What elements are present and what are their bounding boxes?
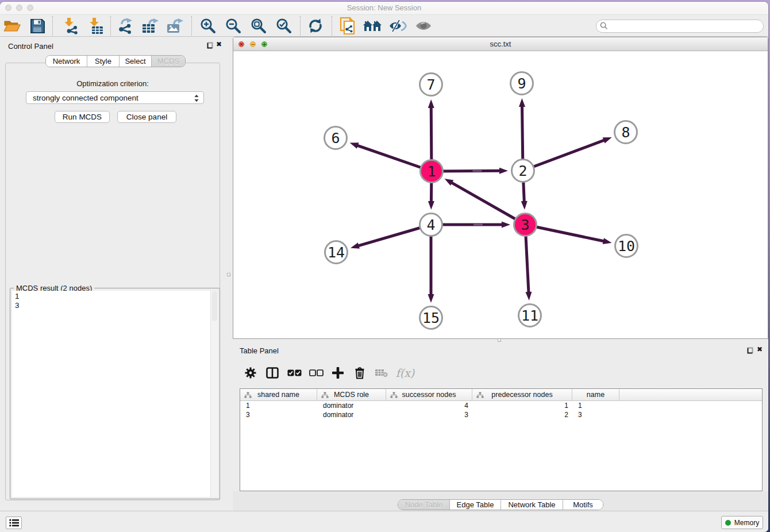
control-panel-close-icon[interactable]: ✖: [216, 40, 222, 48]
select-arrows-icon: [194, 94, 199, 103]
table-panel-close-icon[interactable]: ✖: [757, 345, 763, 353]
show-all-button[interactable]: [413, 17, 434, 35]
table-panel-float-icon[interactable]: [747, 347, 753, 354]
zoom-in-button[interactable]: [197, 17, 219, 35]
close-panel-button[interactable]: Close panel: [117, 111, 176, 123]
memory-button[interactable]: Memory: [721, 516, 763, 529]
control-panel-title: Control Panel: [8, 42, 53, 51]
memory-status-dot: [725, 520, 731, 526]
tab-node-table[interactable]: Node Table: [398, 500, 450, 510]
table-options-button[interactable]: [241, 364, 260, 381]
show-column-button[interactable]: [263, 364, 282, 381]
export-table-icon: [141, 17, 160, 34]
first-neighbors-button[interactable]: [361, 17, 383, 35]
graph-node-label-14: 14: [328, 244, 345, 261]
zoom-out-button[interactable]: [222, 17, 244, 35]
export-table-button[interactable]: [140, 17, 161, 35]
tab-style[interactable]: Style: [87, 56, 120, 67]
cell-name[interactable]: 1: [572, 401, 619, 410]
status-bar: Memory: [0, 511, 768, 532]
cell-predecessor-nodes[interactable]: 2: [472, 410, 572, 419]
edge-arrowhead-2-8: [603, 137, 612, 143]
delete-table-button[interactable]: [372, 364, 391, 381]
tab-network[interactable]: Network: [46, 56, 87, 67]
network-canvas[interactable]: 1234678910111415: [233, 51, 768, 338]
table-row[interactable]: 3dominator323: [240, 410, 762, 419]
table-panel-tabs: Node TableEdge TableNetwork TableMotifs: [398, 499, 603, 510]
tab-motifs[interactable]: Motifs: [563, 500, 603, 510]
table-row[interactable]: 1dominator411: [240, 401, 762, 410]
list-icon: [9, 519, 19, 527]
trash-icon: [354, 367, 365, 379]
zoom-out-icon: [225, 17, 242, 34]
cell-MCDS-role[interactable]: dominator: [317, 401, 386, 410]
tab-edge-table[interactable]: Edge Table: [450, 500, 501, 510]
columns-icon: [266, 367, 279, 379]
graph-node-label-15: 15: [422, 310, 440, 326]
column-header-MCDS-role[interactable]: MCDS role: [317, 389, 386, 400]
tab-mcds[interactable]: MCDS: [152, 56, 185, 67]
cell-shared-name[interactable]: 3: [240, 410, 317, 419]
criterion-select[interactable]: strongly connected component: [26, 91, 204, 104]
cell-predecessor-nodes[interactable]: 1: [472, 401, 572, 410]
hide-selected-button[interactable]: [387, 17, 409, 35]
cell-successor-nodes[interactable]: 3: [386, 410, 472, 419]
column-header-shared-name[interactable]: shared name: [240, 389, 317, 400]
edge-arrowhead-3-11: [525, 292, 532, 300]
edge-arrowhead-2-9: [519, 98, 525, 107]
export-image-button[interactable]: [164, 17, 186, 35]
edge-3-10[interactable]: [525, 225, 605, 241]
network-window-minimize-button[interactable]: −: [250, 41, 256, 47]
mcds-result-scrollbar-thumb[interactable]: [212, 291, 217, 321]
desktop: Session: New Session: [0, 0, 770, 532]
column-header-successor-nodes[interactable]: successor nodes: [386, 389, 472, 400]
graph-node-label-11: 11: [521, 307, 538, 324]
network-view-titlebar[interactable]: scc.txt ×−+: [233, 37, 768, 51]
graph-node-label-9: 9: [517, 75, 526, 92]
toolbar-separator: [52, 16, 53, 36]
network-window-close-button[interactable]: ×: [238, 41, 244, 47]
graph-node-label-1: 1: [427, 163, 436, 180]
network-graph: 1234678910111415: [233, 51, 768, 338]
select-all-columns-button[interactable]: [284, 364, 304, 381]
table-panel-title: Table Panel: [240, 346, 279, 355]
zoom-fit-button[interactable]: [248, 17, 270, 35]
delete-columns-button[interactable]: [350, 364, 369, 381]
column-header-predecessor-nodes[interactable]: predecessor nodes: [472, 389, 572, 400]
import-network-button[interactable]: [59, 17, 81, 35]
create-column-button[interactable]: [328, 364, 348, 381]
zoom-selected-button[interactable]: [273, 17, 295, 35]
tab-network-table[interactable]: Network Table: [501, 500, 563, 510]
import-table-button[interactable]: [84, 17, 106, 35]
cell-shared-name[interactable]: 1: [240, 401, 317, 410]
vertical-splitter-grip[interactable]: [227, 273, 230, 276]
cell-successor-nodes[interactable]: 4: [386, 401, 472, 410]
column-header-name[interactable]: name: [572, 389, 619, 400]
search-input[interactable]: [596, 20, 764, 33]
mcds-result-text[interactable]: 1 3: [12, 291, 218, 497]
run-mcds-button[interactable]: Run MCDS: [55, 111, 110, 123]
network-window-zoom-button[interactable]: +: [261, 41, 267, 47]
cell-name[interactable]: 3: [572, 410, 619, 419]
export-network-button[interactable]: [115, 17, 137, 35]
duplicate-network-button[interactable]: [337, 17, 359, 35]
mcds-result-scrollbar[interactable]: [210, 291, 218, 497]
open-session-button[interactable]: [1, 17, 23, 35]
refresh-layout-button[interactable]: [305, 17, 326, 35]
network-view-frame: scc.txt ×−+ 1234678910111415: [233, 37, 768, 339]
cell-MCDS-role[interactable]: dominator: [317, 410, 386, 419]
toolbar-separator: [110, 16, 111, 36]
save-session-button[interactable]: [26, 17, 48, 35]
unselect-all-columns-button[interactable]: [306, 364, 326, 381]
graph-node-label-4: 4: [426, 217, 435, 233]
edge-2-8[interactable]: [523, 140, 605, 171]
edge-3-1[interactable]: [451, 182, 525, 225]
gear-icon: [244, 367, 257, 379]
tab-select[interactable]: Select: [120, 56, 152, 67]
edge-arrowhead-1-6: [350, 142, 359, 148]
eye-icon: [414, 18, 433, 33]
task-history-button[interactable]: [6, 516, 22, 529]
control-panel-float-icon[interactable]: [207, 42, 213, 49]
mcds-result-group: MCDS result (2 nodes) 1 3: [10, 288, 220, 499]
function-builder-button[interactable]: f(x): [392, 364, 418, 381]
